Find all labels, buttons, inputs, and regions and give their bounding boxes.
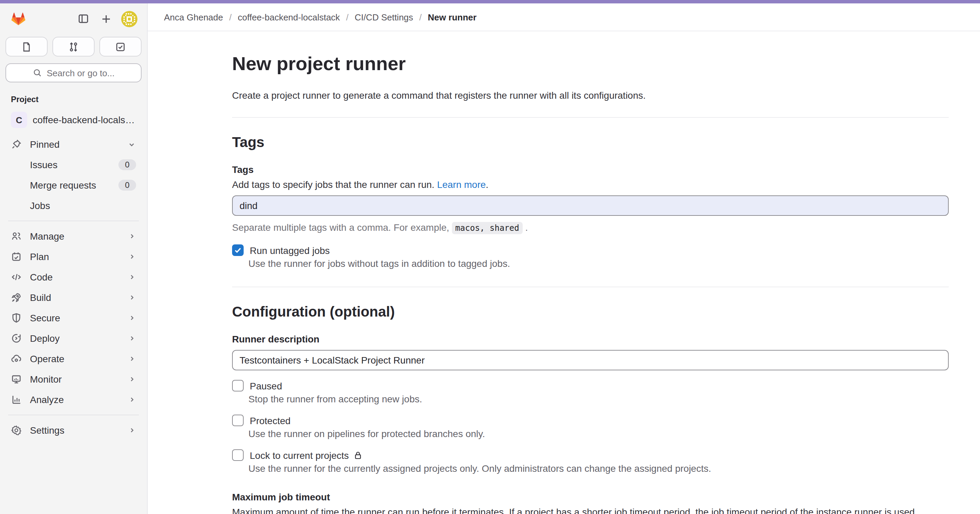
deploy-icon (11, 333, 22, 344)
tags-field-label: Tags (232, 164, 949, 175)
todo-shortcut-button[interactable] (99, 37, 142, 57)
chevron-right-icon (128, 293, 136, 302)
sidebar-item-merge-requests[interactable]: Merge requests 0 (5, 175, 142, 196)
issues-shortcut-button[interactable] (5, 37, 48, 57)
chevron-right-icon (128, 375, 136, 383)
super-sidebar: Search or go to... Project C coffee-back… (0, 3, 148, 514)
lock-icon (353, 450, 363, 460)
tags-hint: Separate multiple tags with a comma. For… (232, 222, 949, 233)
sidebar-item-monitor[interactable]: Monitor (5, 369, 142, 390)
sidebar-item-settings[interactable]: Settings (5, 420, 142, 441)
chevron-right-icon (128, 334, 136, 342)
issues-count-badge: 0 (118, 159, 136, 170)
tags-input[interactable] (232, 196, 949, 216)
project-name: coffee-backend-localstack (33, 115, 136, 125)
code-icon (11, 272, 22, 283)
runner-description-input[interactable] (232, 350, 949, 370)
check-icon (234, 247, 242, 254)
tags-example-code: macos, shared (452, 222, 523, 234)
chart-icon (11, 394, 22, 405)
chevron-right-icon (128, 253, 136, 261)
sidebar-item-jobs[interactable]: Jobs (5, 196, 142, 216)
top-bar: Anca Ghenade / coffee-backend-localstack… (148, 3, 980, 31)
breadcrumb-cicd-settings[interactable]: CI/CD Settings (355, 12, 413, 22)
run-untagged-label[interactable]: Run untagged jobs (250, 245, 330, 256)
sidebar-item-build[interactable]: Build (5, 287, 142, 308)
shield-icon (11, 312, 22, 323)
section-divider (232, 286, 949, 287)
sidebar-divider (8, 415, 139, 415)
project-avatar: C (11, 111, 27, 128)
pinned-label: Pinned (30, 139, 127, 150)
paused-checkbox[interactable] (232, 380, 243, 391)
sidebar-toggle-icon[interactable] (75, 11, 91, 27)
rocket-icon (11, 292, 22, 303)
search-input[interactable]: Search or go to... (5, 63, 142, 83)
tags-section-title: Tags (232, 133, 949, 152)
run-untagged-description: Use the runner for jobs without tags in … (248, 258, 949, 269)
runner-description-label: Runner description (232, 334, 949, 344)
merge-requests-count-badge: 0 (118, 180, 136, 191)
search-icon (32, 68, 42, 78)
chevron-right-icon (128, 232, 136, 240)
top-accent-bar (0, 0, 980, 3)
tags-field-help: Add tags to specify jobs that the runner… (232, 179, 949, 190)
calendar-check-icon (11, 251, 22, 262)
learn-more-link[interactable]: Learn more (437, 179, 485, 190)
todo-check-icon (115, 41, 126, 52)
chevron-right-icon (128, 314, 136, 322)
page-subtitle: Create a project runner to generate a co… (232, 90, 949, 101)
sidebar-item-secure[interactable]: Secure (5, 308, 142, 328)
search-placeholder: Search or go to... (47, 68, 115, 78)
people-icon (11, 231, 22, 242)
sidebar-item-code[interactable]: Code (5, 267, 142, 287)
protected-description: Use the runner on pipelines for protecte… (248, 428, 949, 439)
sidebar-item-analyze[interactable]: Analyze (5, 390, 142, 410)
section-divider (232, 117, 949, 118)
gitlab-app: Search or go to... Project C coffee-back… (0, 0, 980, 514)
issue-doc-icon (21, 41, 32, 52)
sidebar-item-manage[interactable]: Manage (5, 226, 142, 247)
timeout-label: Maximum job timeout (232, 492, 949, 503)
sidebar-header (0, 3, 147, 31)
sidebar-section-label: Project (0, 83, 147, 108)
paused-description: Stop the runner from accepting new jobs. (248, 393, 949, 404)
lock-label[interactable]: Lock to current projects (250, 450, 363, 461)
sidebar-shortcuts (5, 37, 142, 57)
merge-requests-shortcut-button[interactable] (52, 37, 95, 57)
protected-label[interactable]: Protected (250, 415, 291, 426)
protected-checkbox[interactable] (232, 415, 243, 426)
breadcrumb-current: New runner (428, 12, 476, 22)
timeout-description: Maximum amount of time the runner can ru… (232, 506, 949, 514)
user-avatar[interactable] (121, 11, 137, 27)
sidebar-item-pinned[interactable]: Pinned (5, 134, 142, 154)
pin-icon (11, 139, 22, 150)
page-content: New project runner Create a project runn… (148, 31, 980, 514)
sidebar-item-deploy[interactable]: Deploy (5, 328, 142, 349)
chevron-right-icon (128, 396, 136, 404)
sidebar-item-plan[interactable]: Plan (5, 247, 142, 267)
chevron-right-icon (128, 273, 136, 281)
sidebar-item-current-project[interactable]: C coffee-backend-localstack (5, 108, 142, 131)
sidebar-item-operate[interactable]: Operate (5, 349, 142, 369)
plus-icon[interactable] (98, 11, 115, 27)
paused-label[interactable]: Paused (250, 380, 282, 391)
lock-checkbox[interactable] (232, 449, 243, 461)
lock-description: Use the runner for the currently assigne… (248, 463, 949, 474)
configuration-section-title: Configuration (optional) (232, 302, 949, 321)
run-untagged-checkbox[interactable] (232, 244, 243, 256)
monitor-icon (11, 374, 22, 385)
merge-request-icon (68, 41, 79, 52)
cloud-pod-icon (11, 353, 22, 364)
sidebar-item-issues[interactable]: Issues 0 (5, 154, 142, 175)
gitlab-logo-icon[interactable] (10, 10, 27, 27)
breadcrumb-user[interactable]: Anca Ghenade (164, 12, 223, 22)
page-title: New project runner (232, 52, 949, 76)
chevron-down-icon (127, 140, 136, 149)
chevron-right-icon (128, 355, 136, 363)
breadcrumb-project[interactable]: coffee-backend-localstack (238, 12, 340, 22)
gear-icon (11, 425, 22, 436)
breadcrumb: Anca Ghenade / coffee-backend-localstack… (164, 12, 476, 22)
sidebar-divider (8, 221, 139, 221)
chevron-right-icon (128, 426, 136, 434)
